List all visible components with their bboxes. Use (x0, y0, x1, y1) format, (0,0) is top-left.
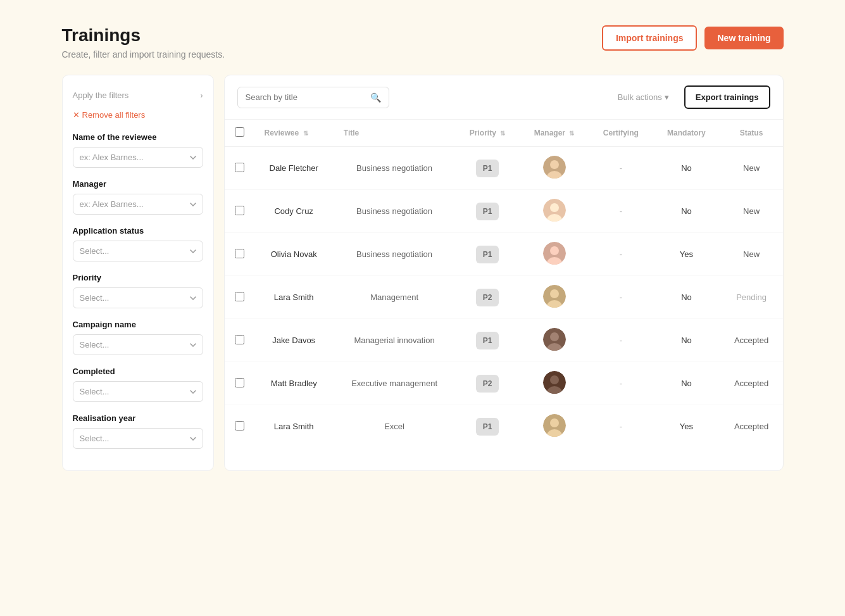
cell-certifying: - (589, 276, 653, 319)
cell-reviewee: Jake Davos (254, 319, 334, 362)
cell-manager (520, 233, 589, 276)
sort-priority-icon: ⇅ (500, 130, 505, 137)
cell-certifying: - (589, 147, 653, 190)
cell-mandatory: No (653, 319, 720, 362)
th-mandatory: Mandatory (653, 120, 720, 147)
row-checkbox[interactable] (235, 292, 244, 301)
select-all-checkbox[interactable] (235, 127, 244, 137)
close-icon: ✕ (73, 110, 80, 120)
search-icon: 🔍 (370, 92, 381, 103)
filter-status-label: Application status (73, 226, 203, 236)
cell-manager (520, 405, 589, 448)
priority-badge: P1 (476, 332, 499, 349)
filter-manager-select[interactable]: ex: Alex Barnes... (73, 194, 203, 215)
row-checkbox-cell (225, 405, 254, 448)
avatar (543, 414, 566, 437)
sort-reviewee-icon: ⇅ (303, 130, 308, 137)
toolbar-right: Bulk actions ▾ Export trainings (610, 85, 770, 109)
cell-certifying: - (589, 233, 653, 276)
svg-point-4 (550, 203, 559, 212)
th-priority[interactable]: Priority ⇅ (455, 120, 519, 147)
filter-completed-label: Completed (73, 367, 203, 376)
cell-certifying: - (589, 319, 653, 362)
row-checkbox[interactable] (235, 206, 244, 215)
th-title: Title (334, 120, 455, 147)
priority-badge: P2 (476, 375, 499, 393)
filter-application-status: Application status Select... (73, 226, 203, 261)
cell-manager (520, 276, 589, 319)
cell-mandatory: Yes (653, 233, 720, 276)
cell-mandatory: No (653, 147, 720, 190)
cell-priority: P1 (455, 319, 519, 362)
svg-point-13 (550, 332, 559, 341)
search-box[interactable]: 🔍 (237, 87, 389, 108)
svg-point-7 (550, 246, 559, 255)
chevron-down-icon: ▾ (665, 92, 669, 102)
row-checkbox[interactable] (235, 335, 244, 344)
cell-status: Accepted (720, 405, 783, 448)
filter-status-select[interactable]: Select... (73, 241, 203, 261)
filter-year-label: Realisation year (73, 413, 203, 423)
cell-priority: P2 (455, 276, 519, 319)
filter-toggle[interactable]: Apply the filters › (73, 85, 203, 105)
filter-completed-select[interactable]: Select... (73, 381, 203, 402)
cell-title: Excel (334, 405, 455, 448)
bulk-actions-dropdown[interactable]: Bulk actions ▾ (610, 87, 677, 107)
row-checkbox-cell (225, 319, 254, 362)
remove-filters-label: Remove all filters (82, 110, 146, 120)
avatar (543, 199, 566, 222)
cell-manager (520, 319, 589, 362)
table-row: Olivia Novak Business negotiation P1 - Y… (225, 233, 783, 276)
remove-all-filters-button[interactable]: ✕ Remove all filters (73, 110, 203, 120)
cell-status: New (720, 233, 783, 276)
avatar (543, 371, 566, 394)
cell-manager (520, 147, 589, 190)
row-checkbox[interactable] (235, 421, 244, 431)
table-header: Reviewee ⇅ Title Priority ⇅ Manager ⇅ Ce… (225, 120, 783, 147)
import-trainings-button[interactable]: Import trainings (602, 25, 698, 51)
cell-reviewee: Lara Smith (254, 405, 334, 448)
main-content: Apply the filters › ✕ Remove all filters… (62, 75, 784, 471)
th-manager[interactable]: Manager ⇅ (520, 120, 589, 147)
row-checkbox[interactable] (235, 378, 244, 387)
cell-status: Accepted (720, 319, 783, 362)
filter-reviewee-select[interactable]: ex: Alex Barnes... (73, 147, 203, 168)
cell-mandatory: Yes (653, 405, 720, 448)
cell-status: New (720, 147, 783, 190)
th-certifying: Certifying (589, 120, 653, 147)
new-training-button[interactable]: New training (704, 27, 783, 49)
row-checkbox-cell (225, 276, 254, 319)
filter-realisation-year: Realisation year Select... (73, 413, 203, 449)
th-status: Status (720, 120, 783, 147)
filter-campaign-select[interactable]: Select... (73, 334, 203, 355)
row-checkbox[interactable] (235, 249, 244, 258)
page-header: Trainings Create, filter and import trai… (62, 25, 784, 60)
priority-badge: P1 (476, 160, 499, 177)
cell-title: Business negotiation (334, 233, 455, 276)
priority-badge: P2 (476, 289, 499, 306)
filter-year-select[interactable]: Select... (73, 428, 203, 449)
header-actions: Import trainings New training (602, 25, 784, 51)
cell-manager (520, 362, 589, 405)
table-row: Lara Smith Management P2 - No Pending (225, 276, 783, 319)
table-row: Dale Fletcher Business negotiation P1 - … (225, 147, 783, 190)
cell-reviewee: Matt Bradley (254, 362, 334, 405)
th-checkbox (225, 120, 254, 147)
trainings-table: Reviewee ⇅ Title Priority ⇅ Manager ⇅ Ce… (225, 120, 783, 448)
th-reviewee[interactable]: Reviewee ⇅ (254, 120, 334, 147)
cell-reviewee: Dale Fletcher (254, 147, 334, 190)
filter-priority: Priority Select... (73, 273, 203, 308)
filter-reviewee: Name of the reviewee ex: Alex Barnes... (73, 132, 203, 168)
page-wrapper: Trainings Create, filter and import trai… (62, 25, 784, 471)
search-input[interactable] (246, 92, 365, 102)
export-trainings-button[interactable]: Export trainings (684, 85, 770, 109)
priority-badge: P1 (476, 418, 499, 436)
page-subtitle: Create, filter and import training reque… (62, 49, 225, 60)
filter-priority-select[interactable]: Select... (73, 287, 203, 308)
cell-certifying: - (589, 190, 653, 233)
row-checkbox[interactable] (235, 163, 244, 172)
row-checkbox-cell (225, 362, 254, 405)
cell-title: Management (334, 276, 455, 319)
cell-reviewee: Lara Smith (254, 276, 334, 319)
avatar (543, 328, 566, 351)
